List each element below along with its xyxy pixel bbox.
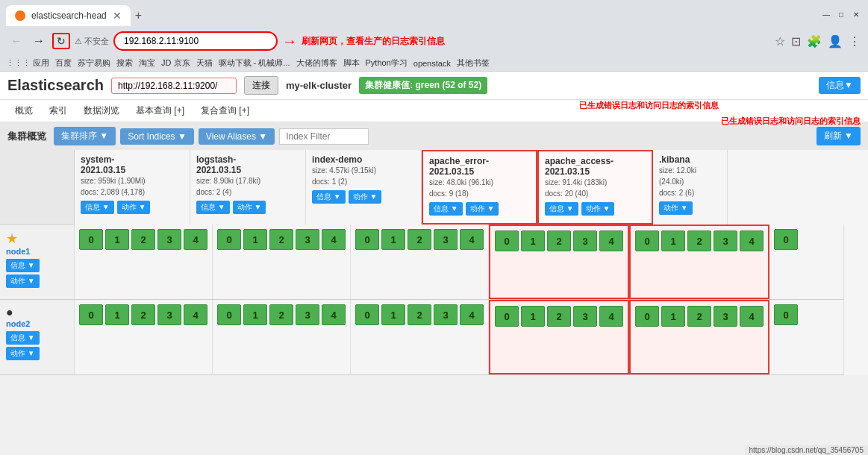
refresh-main-button[interactable]: 刷新 ▼ <box>817 127 861 145</box>
shard-0[interactable]: 0 <box>355 229 379 250</box>
index-filter-input[interactable] <box>279 128 369 145</box>
apache-error-action-btn[interactable]: 动作 ▼ <box>466 202 499 216</box>
refresh-button[interactable]: ↻ <box>52 33 70 49</box>
bookmark-tianmao[interactable]: 天猫 <box>196 57 213 69</box>
shard-2[interactable]: 2 <box>408 304 431 325</box>
bookmark-apps[interactable]: ⋮⋮⋮ 应用 <box>6 57 49 69</box>
maximize-button[interactable]: □ <box>835 8 847 20</box>
shard-1[interactable]: 1 <box>243 229 267 250</box>
bookmark-other[interactable]: 其他书签 <box>457 57 490 69</box>
shard-0[interactable]: 0 <box>79 229 103 250</box>
back-button[interactable]: ← <box>7 33 25 49</box>
shard-0[interactable]: 0 <box>217 304 241 325</box>
shard-3[interactable]: 3 <box>573 230 597 251</box>
bookmark-script[interactable]: 脚本 <box>343 57 360 69</box>
apache-error-info-btn[interactable]: 信息 ▼ <box>429 202 463 216</box>
node1-action-btn[interactable]: 动作 ▼ <box>6 274 40 288</box>
shard-0[interactable]: 0 <box>774 229 798 250</box>
kibana-action-btn[interactable]: 动作 ▼ <box>659 201 693 215</box>
shard-1[interactable]: 1 <box>105 304 129 325</box>
apache-access-info-btn[interactable]: 信息 ▼ <box>545 202 578 216</box>
shard-4[interactable]: 4 <box>740 230 764 251</box>
shard-2[interactable]: 2 <box>269 304 293 325</box>
browser-tab[interactable]: elasticsearch-head ✕ <box>6 5 131 26</box>
logstash-action-btn[interactable]: 动作 ▼ <box>233 201 266 214</box>
star-icon[interactable]: ☆ <box>775 34 785 48</box>
bookmark-search[interactable]: 搜索 <box>116 57 133 69</box>
bookmark-python[interactable]: Python学习 <box>366 57 408 69</box>
tab-index[interactable]: 索引 <box>42 100 75 122</box>
shard-0[interactable]: 0 <box>774 304 798 325</box>
shard-1[interactable]: 1 <box>243 304 267 325</box>
shard-3[interactable]: 3 <box>573 306 597 327</box>
server-url-input[interactable] <box>111 78 237 94</box>
view-aliases-button[interactable]: View Aliases ▼ <box>199 128 275 145</box>
shard-4[interactable]: 4 <box>740 306 764 327</box>
connect-button[interactable]: 连接 <box>244 76 278 95</box>
shard-0[interactable]: 0 <box>79 304 103 325</box>
shard-3[interactable]: 3 <box>434 304 458 325</box>
shard-4[interactable]: 4 <box>184 229 207 250</box>
bookmark-openstack[interactable]: openstack <box>413 59 451 68</box>
node1-info-btn[interactable]: 信息 ▼ <box>6 259 40 272</box>
apache-access-action-btn[interactable]: 动作 ▼ <box>581 202 615 216</box>
shard-0[interactable]: 0 <box>495 230 519 251</box>
shard-2[interactable]: 2 <box>131 304 155 325</box>
logstash-info-btn[interactable]: 信息 ▼ <box>196 201 230 214</box>
shard-4[interactable]: 4 <box>184 304 207 325</box>
bookmark-blog[interactable]: 大佬的博客 <box>296 57 337 69</box>
tab-complex-query[interactable]: 复合查询 [+] <box>193 100 257 122</box>
shard-4[interactable]: 4 <box>599 306 623 327</box>
shard-1[interactable]: 1 <box>521 306 545 327</box>
shard-2[interactable]: 2 <box>131 229 155 250</box>
shard-0[interactable]: 0 <box>635 230 659 251</box>
bookmark-baidu[interactable]: 百度 <box>55 57 72 69</box>
shard-2[interactable]: 2 <box>269 229 293 250</box>
demo-action-btn[interactable]: 动作 ▼ <box>349 190 382 204</box>
shard-2[interactable]: 2 <box>547 230 571 251</box>
bookmark-driver[interactable]: 驱动下载 - 机械师... <box>219 57 290 69</box>
shard-4[interactable]: 4 <box>322 229 346 250</box>
shard-0[interactable]: 0 <box>495 306 519 327</box>
shard-3[interactable]: 3 <box>296 229 319 250</box>
shard-0[interactable]: 0 <box>635 306 659 327</box>
bookmark-suning[interactable]: 苏宁易购 <box>78 57 110 69</box>
account-icon[interactable]: 👤 <box>828 34 843 48</box>
info-button[interactable]: 信息▼ <box>819 77 861 94</box>
shard-1[interactable]: 1 <box>521 230 545 251</box>
tab-basic-query[interactable]: 基本查询 [+] <box>128 100 192 122</box>
shard-1[interactable]: 1 <box>105 229 129 250</box>
shard-1[interactable]: 1 <box>381 229 405 250</box>
shard-4[interactable]: 4 <box>460 304 484 325</box>
forward-button[interactable]: → <box>30 33 48 49</box>
shard-1[interactable]: 1 <box>381 304 405 325</box>
shard-2[interactable]: 2 <box>687 306 711 327</box>
shard-1[interactable]: 1 <box>661 306 685 327</box>
shard-3[interactable]: 3 <box>714 230 737 251</box>
shard-3[interactable]: 3 <box>714 306 737 327</box>
demo-info-btn[interactable]: 信息 ▼ <box>312 190 346 204</box>
extension-icon[interactable]: 🧩 <box>807 34 822 48</box>
shard-2[interactable]: 2 <box>687 230 711 251</box>
tab-data-browse[interactable]: 数据浏览 <box>76 100 127 122</box>
menu-icon[interactable]: ⋮ <box>849 34 861 48</box>
minimize-button[interactable]: — <box>820 8 832 20</box>
shard-0[interactable]: 0 <box>217 229 241 250</box>
cluster-sort-button[interactable]: 集群排序 ▼ <box>54 127 116 145</box>
shard-4[interactable]: 4 <box>460 229 484 250</box>
bookmark-taobao[interactable]: 淘宝 <box>139 57 155 69</box>
sort-indices-button[interactable]: Sort Indices ▼ <box>120 128 194 145</box>
node2-info-btn[interactable]: 信息 ▼ <box>6 331 40 345</box>
shard-3[interactable]: 3 <box>434 229 458 250</box>
shard-4[interactable]: 4 <box>322 304 346 325</box>
shard-2[interactable]: 2 <box>408 229 431 250</box>
shard-2[interactable]: 2 <box>547 306 571 327</box>
address-input[interactable] <box>113 31 278 51</box>
shard-3[interactable]: 3 <box>157 229 181 250</box>
tab-overview[interactable]: 概览 <box>7 100 40 122</box>
system-info-btn[interactable]: 信息 ▼ <box>81 201 114 214</box>
new-tab-button[interactable]: + <box>131 4 146 27</box>
close-button[interactable]: ✕ <box>850 8 862 20</box>
shard-4[interactable]: 4 <box>599 230 623 251</box>
shard-1[interactable]: 1 <box>661 230 685 251</box>
